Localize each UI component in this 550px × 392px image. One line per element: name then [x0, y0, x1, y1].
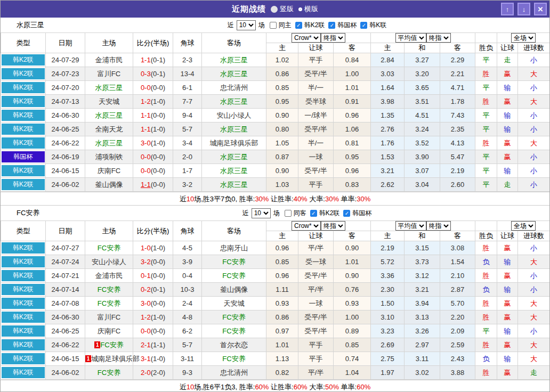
odds-away-cell: 1.00	[334, 67, 371, 81]
away-team-cell: FC安养	[202, 352, 266, 366]
league-checkbox-1[interactable]: ✓	[328, 22, 335, 29]
league-checkbox-0[interactable]: ✓	[310, 210, 317, 217]
away-team-name: 忠南牙山	[220, 244, 248, 252]
odds-home-cell: 1.05	[266, 136, 298, 150]
odds-home-cell: 0.86	[266, 67, 298, 81]
league-checkbox-2[interactable]: ✓	[360, 22, 367, 29]
corner-count-cell: 3-2	[173, 178, 202, 192]
sub-column-header-3: 主	[371, 231, 405, 241]
away-team-name: 忠北清州	[220, 369, 248, 377]
result-cell-text: 平	[483, 84, 490, 92]
scope-select[interactable]: 全场	[511, 33, 536, 43]
handicap-result-cell: 赢	[497, 338, 518, 352]
avg-home-cell: 1.97	[371, 366, 405, 380]
match-date-cell: 24-07-24	[46, 255, 85, 269]
avg-home-cell: 2.76	[371, 123, 405, 136]
goals-result-cell: 小	[518, 283, 550, 297]
avg-away-cell: 2.35	[440, 123, 475, 136]
close-button[interactable]: ✕	[534, 3, 547, 15]
away-team-name: 水原三星	[220, 56, 248, 64]
match-type-cell: 韩K2联	[1, 81, 46, 95]
score-cell: 1-2(1-0)	[133, 95, 173, 109]
corner-count-cell: 9-3	[173, 366, 202, 380]
layout-radio-vertical[interactable]: 竖版	[271, 4, 294, 14]
match-row: 韩K2联24-07-20水原三星0-0(0-0)6-1忠北清州0.85半/一1.…	[1, 81, 550, 95]
handicap-result-cell-text: 输	[504, 327, 511, 335]
average-select[interactable]: 平均值	[395, 33, 426, 43]
avg-draw-cell: 3.51	[405, 95, 440, 109]
match-count-select[interactable]: 10	[237, 20, 256, 30]
away-team-cell: 忠南牙山	[202, 241, 266, 255]
average-point-select[interactable]: 终指	[426, 33, 451, 43]
result-cell: 平	[475, 324, 497, 338]
half-time-score: (0-0)	[151, 327, 165, 335]
odds-handicap-cell: 平/半	[298, 283, 334, 297]
odds-point-select[interactable]: 终指	[321, 33, 345, 43]
goals-result-cell: 小	[518, 109, 550, 123]
result-cell: 胜	[475, 269, 497, 283]
match-count-select[interactable]: 10	[252, 208, 271, 218]
match-type-badge: 韩K2联	[2, 96, 45, 107]
filter-controls: 近10场同客✓韩K2联✓韩国杯	[179, 208, 372, 218]
radio-vertical-label: 竖版	[280, 4, 294, 14]
match-date-cell: 24-06-19	[46, 150, 85, 164]
odds-point-select[interactable]: 终指	[321, 221, 345, 231]
avg-home-cell: 2.30	[371, 283, 405, 297]
half-time-score: (1-0)	[151, 125, 165, 133]
match-type-badge: 韩K2联	[2, 165, 45, 176]
odds-source-select[interactable]: Crow*	[292, 221, 321, 231]
goals-result-cell-text: 大	[530, 139, 537, 147]
column-header-0: 类型	[1, 221, 46, 241]
avg-away-cell: 3.88	[440, 366, 475, 380]
avg-away-cell: 1.78	[440, 95, 475, 109]
result-cell: 平	[475, 109, 497, 123]
odds-home-cell: 1.01	[266, 338, 298, 352]
odds-handicap-cell: 半/一	[298, 136, 334, 150]
result-cell: 平	[475, 178, 497, 192]
move-down-button[interactable]: ↓	[517, 3, 530, 15]
result-cell: 胜	[475, 311, 497, 324]
same-venue-checkbox[interactable]	[270, 22, 277, 29]
odds-home-cell: 0.97	[266, 324, 298, 338]
full-time-score: 0-0	[141, 167, 151, 175]
summary-part: 40%	[294, 195, 308, 203]
match-row: 韩K2联24-07-23富川FC0-3(0-1)13-4水原三星0.86受平/半…	[1, 67, 550, 81]
league-label-2: 韩K联	[369, 21, 386, 30]
home-team-name: 水原三星	[95, 84, 123, 92]
home-team-name: 水原三星	[95, 111, 123, 119]
goals-result-cell: 小	[518, 324, 550, 338]
empty-header-cell	[475, 33, 497, 43]
summary-part: 单率:	[339, 195, 357, 203]
goals-result-cell-text: 大	[530, 341, 537, 349]
score-cell: 1-2(1-0)	[133, 311, 173, 324]
league-label-1: 韩国杯	[337, 21, 357, 30]
average-point-select[interactable]: 终指	[426, 221, 451, 231]
handicap-result-cell: 赢	[497, 67, 518, 81]
odds-away-cell: 0.96	[334, 109, 371, 123]
goals-result-cell-text: 小	[530, 272, 537, 280]
handicap-result-cell: 输	[497, 255, 518, 269]
home-team-cell: FC安养	[85, 283, 133, 297]
result-cell: 平	[475, 164, 497, 178]
avg-draw-cell: 3.24	[405, 123, 440, 136]
odds-handicap-cell: 受平/半	[298, 123, 334, 136]
odds-home-cell: 1.03	[266, 178, 298, 192]
league-checkbox-0[interactable]: ✓	[295, 22, 302, 29]
column-header-1: 日期	[46, 221, 85, 241]
home-team-cell: 庆南FC	[85, 324, 133, 338]
away-team-cell: 水原三星	[202, 178, 266, 192]
odds-source-select[interactable]: Crow*	[292, 33, 321, 43]
match-type-cell: 韩K2联	[1, 283, 46, 297]
odds-away-cell: 1.01	[334, 255, 371, 269]
match-type-cell: 韩K2联	[1, 95, 46, 109]
move-up-button[interactable]: ↑	[501, 3, 514, 15]
layout-radio-horizontal[interactable]: 横版	[298, 4, 318, 14]
scope-select[interactable]: 全场	[511, 221, 536, 231]
average-select[interactable]: 平均值	[395, 221, 426, 231]
match-type-badge: 韩K2联	[2, 298, 45, 309]
match-row: 韩K2联24-06-02釜山偶像1-1(0-0)3-2水原三星1.03平手0.8…	[1, 178, 550, 192]
summary-part: 60%	[255, 383, 269, 391]
league-checkbox-1[interactable]: ✓	[343, 210, 350, 217]
same-venue-checkbox[interactable]	[285, 210, 292, 217]
avg-away-cell: 3.08	[440, 241, 475, 255]
